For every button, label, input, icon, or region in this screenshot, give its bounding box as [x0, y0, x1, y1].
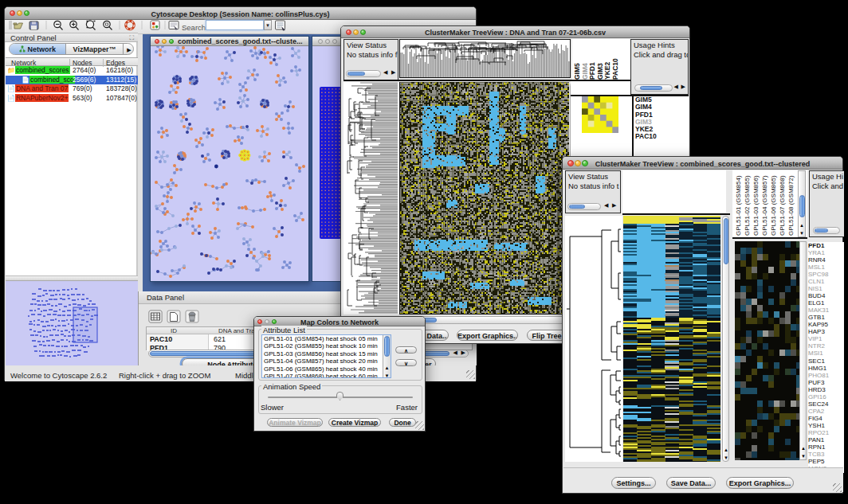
svg-text:GPL51-02 (GSM855): GPL51-02 (GSM855): [744, 175, 751, 236]
svg-text:GIM4: GIM4: [581, 63, 589, 80]
svg-text:PAC10: PAC10: [611, 58, 619, 80]
svg-text:GPL51-04 (GSM857): GPL51-04 (GSM857): [761, 175, 768, 236]
svg-text:GIM3: GIM3: [596, 63, 604, 80]
svg-text:YKE2: YKE2: [603, 62, 611, 80]
svg-text:GIM5: GIM5: [573, 63, 581, 80]
svg-text:GPL51-01 (GSM854): GPL51-01 (GSM854): [735, 175, 742, 236]
svg-text:GPL51-08 (GSM872): GPL51-08 (GSM872): [787, 175, 795, 236]
svg-text:GPL51-07 (GSM868): GPL51-07 (GSM868): [779, 175, 786, 236]
svg-text:GPL51-03 (GSM856): GPL51-03 (GSM856): [752, 175, 760, 236]
svg-text:GPL51-06 (GSM865): GPL51-06 (GSM865): [770, 175, 777, 236]
svg-text:PFD1: PFD1: [588, 62, 596, 80]
